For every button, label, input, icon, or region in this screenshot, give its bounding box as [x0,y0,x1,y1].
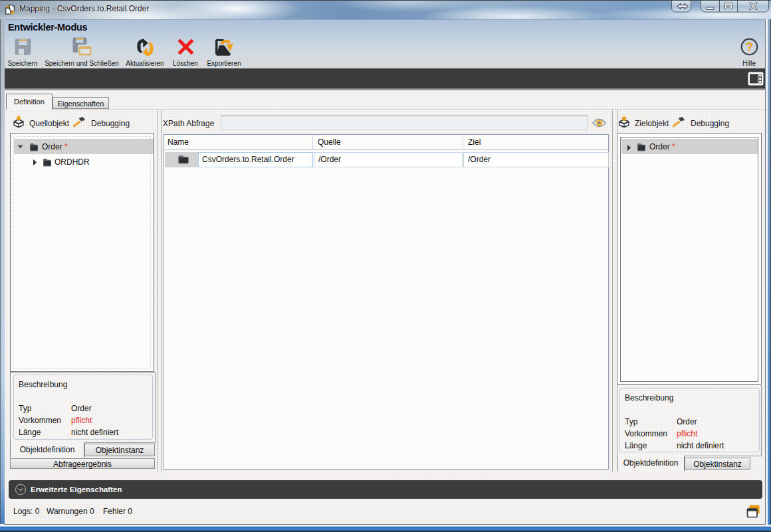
svg-text:?: ? [745,40,753,54]
